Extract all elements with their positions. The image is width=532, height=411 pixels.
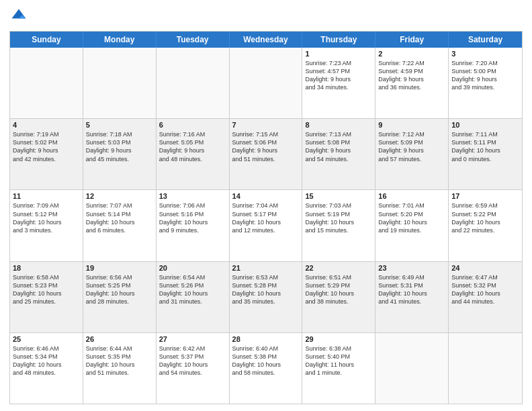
calendar-day-27: 27Sunrise: 6:42 AM Sunset: 5:37 PM Dayli…	[157, 333, 230, 404]
day-info: Sunrise: 7:23 AM Sunset: 4:57 PM Dayligh…	[305, 59, 372, 92]
calendar-day-18: 18Sunrise: 6:58 AM Sunset: 5:23 PM Dayli…	[10, 262, 83, 332]
calendar-day-4: 4Sunrise: 7:19 AM Sunset: 5:02 PM Daylig…	[10, 119, 83, 189]
day-number: 27	[159, 335, 226, 343]
day-number: 13	[159, 192, 226, 200]
calendar-day-12: 12Sunrise: 7:07 AM Sunset: 5:14 PM Dayli…	[83, 190, 157, 261]
calendar-week-5: 25Sunrise: 6:46 AM Sunset: 5:34 PM Dayli…	[10, 333, 522, 404]
day-info: Sunrise: 6:40 AM Sunset: 5:38 PM Dayligh…	[232, 345, 300, 377]
day-info: Sunrise: 7:09 AM Sunset: 5:12 PM Dayligh…	[13, 201, 80, 234]
calendar-day-6: 6Sunrise: 7:16 AM Sunset: 5:05 PM Daylig…	[157, 119, 230, 189]
day-info: Sunrise: 6:56 AM Sunset: 5:25 PM Dayligh…	[86, 273, 153, 306]
header-day-thursday: Thursday	[302, 32, 375, 48]
calendar-day-15: 15Sunrise: 7:03 AM Sunset: 5:19 PM Dayli…	[302, 190, 375, 261]
calendar: SundayMondayTuesdayWednesdayThursdayFrid…	[9, 31, 523, 404]
day-info: Sunrise: 6:44 AM Sunset: 5:35 PM Dayligh…	[86, 345, 153, 377]
header-day-tuesday: Tuesday	[157, 32, 230, 48]
day-info: Sunrise: 6:49 AM Sunset: 5:31 PM Dayligh…	[378, 273, 445, 306]
day-info: Sunrise: 7:07 AM Sunset: 5:14 PM Dayligh…	[86, 201, 153, 234]
calendar-week-4: 18Sunrise: 6:58 AM Sunset: 5:23 PM Dayli…	[10, 262, 522, 333]
calendar-day-7: 7Sunrise: 7:15 AM Sunset: 5:06 PM Daylig…	[230, 119, 303, 189]
day-info: Sunrise: 7:11 AM Sunset: 5:11 PM Dayligh…	[451, 130, 519, 163]
calendar-day-16: 16Sunrise: 7:01 AM Sunset: 5:20 PM Dayli…	[375, 190, 449, 261]
calendar-day-2: 2Sunrise: 7:22 AM Sunset: 4:59 PM Daylig…	[375, 48, 449, 118]
day-number: 8	[305, 121, 372, 129]
day-number: 6	[159, 121, 226, 129]
day-number: 4	[13, 121, 80, 129]
day-info: Sunrise: 6:47 AM Sunset: 5:32 PM Dayligh…	[451, 273, 519, 306]
day-number: 3	[451, 50, 519, 58]
calendar-empty-cell	[449, 333, 522, 404]
calendar-body: 1Sunrise: 7:23 AM Sunset: 4:57 PM Daylig…	[10, 48, 522, 404]
calendar-day-23: 23Sunrise: 6:49 AM Sunset: 5:31 PM Dayli…	[375, 262, 449, 332]
calendar-day-26: 26Sunrise: 6:44 AM Sunset: 5:35 PM Dayli…	[83, 333, 157, 404]
day-number: 16	[378, 192, 445, 200]
day-number: 29	[305, 335, 372, 343]
day-number: 20	[159, 264, 226, 272]
header-day-sunday: Sunday	[10, 32, 83, 48]
day-number: 2	[378, 50, 445, 58]
day-number: 5	[86, 121, 153, 129]
day-number: 26	[86, 335, 153, 343]
day-info: Sunrise: 7:12 AM Sunset: 5:09 PM Dayligh…	[378, 130, 445, 163]
day-info: Sunrise: 6:53 AM Sunset: 5:28 PM Dayligh…	[232, 273, 300, 306]
day-info: Sunrise: 7:15 AM Sunset: 5:06 PM Dayligh…	[232, 130, 300, 163]
calendar-week-1: 1Sunrise: 7:23 AM Sunset: 4:57 PM Daylig…	[10, 48, 522, 119]
calendar-day-17: 17Sunrise: 6:59 AM Sunset: 5:22 PM Dayli…	[449, 190, 522, 261]
day-number: 11	[13, 192, 80, 200]
day-number: 9	[378, 121, 445, 129]
calendar-day-9: 9Sunrise: 7:12 AM Sunset: 5:09 PM Daylig…	[375, 119, 449, 189]
day-number: 25	[13, 335, 80, 343]
logo	[9, 7, 31, 26]
calendar-day-19: 19Sunrise: 6:56 AM Sunset: 5:25 PM Dayli…	[83, 262, 157, 332]
day-info: Sunrise: 6:38 AM Sunset: 5:40 PM Dayligh…	[305, 345, 372, 377]
header	[9, 7, 523, 26]
calendar-day-25: 25Sunrise: 6:46 AM Sunset: 5:34 PM Dayli…	[10, 333, 83, 404]
day-info: Sunrise: 6:51 AM Sunset: 5:29 PM Dayligh…	[305, 273, 372, 306]
day-number: 19	[86, 264, 153, 272]
header-day-friday: Friday	[375, 32, 449, 48]
day-info: Sunrise: 6:54 AM Sunset: 5:26 PM Dayligh…	[159, 273, 226, 306]
calendar-day-8: 8Sunrise: 7:13 AM Sunset: 5:08 PM Daylig…	[302, 119, 375, 189]
day-info: Sunrise: 7:04 AM Sunset: 5:17 PM Dayligh…	[232, 201, 300, 234]
calendar-week-2: 4Sunrise: 7:19 AM Sunset: 5:02 PM Daylig…	[10, 119, 522, 190]
day-number: 12	[86, 192, 153, 200]
day-number: 21	[232, 264, 300, 272]
day-info: Sunrise: 6:42 AM Sunset: 5:37 PM Dayligh…	[159, 345, 226, 377]
calendar-week-3: 11Sunrise: 7:09 AM Sunset: 5:12 PM Dayli…	[10, 190, 522, 261]
calendar-empty-cell	[83, 48, 157, 118]
day-info: Sunrise: 7:16 AM Sunset: 5:05 PM Dayligh…	[159, 130, 226, 163]
calendar-day-28: 28Sunrise: 6:40 AM Sunset: 5:38 PM Dayli…	[230, 333, 303, 404]
header-day-monday: Monday	[83, 32, 157, 48]
calendar-day-11: 11Sunrise: 7:09 AM Sunset: 5:12 PM Dayli…	[10, 190, 83, 261]
header-day-wednesday: Wednesday	[230, 32, 303, 48]
calendar-day-14: 14Sunrise: 7:04 AM Sunset: 5:17 PM Dayli…	[230, 190, 303, 261]
calendar-empty-cell	[230, 48, 303, 118]
calendar-day-13: 13Sunrise: 7:06 AM Sunset: 5:16 PM Dayli…	[157, 190, 230, 261]
day-number: 14	[232, 192, 300, 200]
day-number: 18	[13, 264, 80, 272]
day-info: Sunrise: 7:13 AM Sunset: 5:08 PM Dayligh…	[305, 130, 372, 163]
calendar-day-20: 20Sunrise: 6:54 AM Sunset: 5:26 PM Dayli…	[157, 262, 230, 332]
day-info: Sunrise: 7:18 AM Sunset: 5:03 PM Dayligh…	[86, 130, 153, 163]
day-number: 10	[451, 121, 519, 129]
page: SundayMondayTuesdayWednesdayThursdayFrid…	[0, 0, 532, 411]
day-info: Sunrise: 7:03 AM Sunset: 5:19 PM Dayligh…	[305, 201, 372, 234]
day-info: Sunrise: 7:06 AM Sunset: 5:16 PM Dayligh…	[159, 201, 226, 234]
calendar-day-21: 21Sunrise: 6:53 AM Sunset: 5:28 PM Dayli…	[230, 262, 303, 332]
logo-icon	[9, 7, 28, 26]
day-number: 7	[232, 121, 300, 129]
day-info: Sunrise: 7:20 AM Sunset: 5:00 PM Dayligh…	[451, 59, 519, 92]
day-info: Sunrise: 6:58 AM Sunset: 5:23 PM Dayligh…	[13, 273, 80, 306]
calendar-day-24: 24Sunrise: 6:47 AM Sunset: 5:32 PM Dayli…	[449, 262, 522, 332]
day-info: Sunrise: 6:46 AM Sunset: 5:34 PM Dayligh…	[13, 345, 80, 377]
header-day-saturday: Saturday	[449, 32, 522, 48]
day-number: 24	[451, 264, 519, 272]
day-info: Sunrise: 7:19 AM Sunset: 5:02 PM Dayligh…	[13, 130, 80, 163]
day-number: 28	[232, 335, 300, 343]
calendar-empty-cell	[157, 48, 230, 118]
day-number: 23	[378, 264, 445, 272]
calendar-day-5: 5Sunrise: 7:18 AM Sunset: 5:03 PM Daylig…	[83, 119, 157, 189]
day-info: Sunrise: 6:59 AM Sunset: 5:22 PM Dayligh…	[451, 201, 519, 234]
calendar-empty-cell	[10, 48, 83, 118]
calendar-day-22: 22Sunrise: 6:51 AM Sunset: 5:29 PM Dayli…	[302, 262, 375, 332]
